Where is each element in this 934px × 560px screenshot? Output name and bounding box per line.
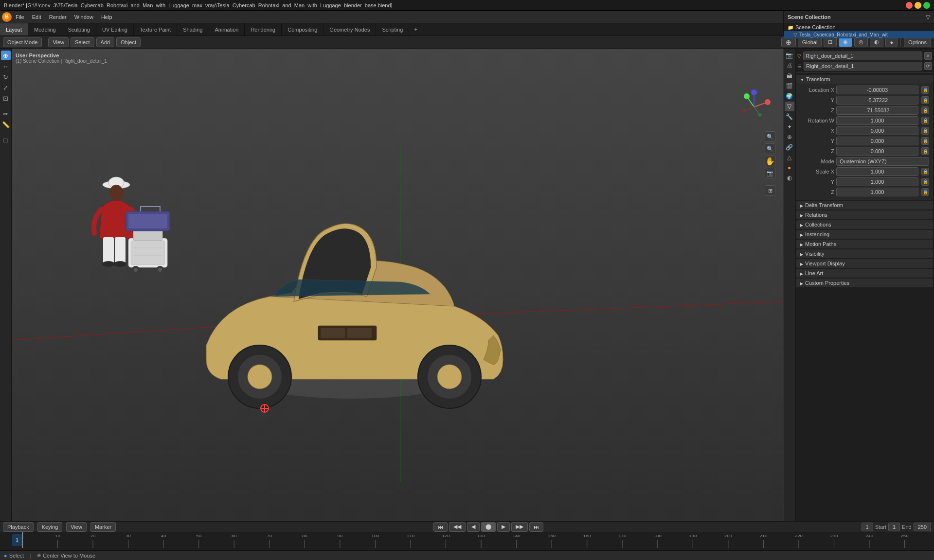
tab-uv-editing[interactable]: UV Editing bbox=[96, 23, 134, 35]
scale-x-field[interactable]: 1.000 bbox=[836, 167, 918, 176]
play-reverse-button[interactable]: ◀◀ bbox=[449, 522, 466, 532]
tab-sculpting[interactable]: Sculpting bbox=[62, 23, 96, 35]
viewport-shading-material[interactable]: ◐ bbox=[870, 37, 883, 47]
tab-shading[interactable]: Shading bbox=[177, 23, 209, 35]
instancing-section[interactable]: Instancing bbox=[796, 230, 933, 239]
minimize-button[interactable] bbox=[915, 2, 921, 9]
menu-file[interactable]: File bbox=[12, 13, 28, 21]
snap-toggle[interactable]: ⊕ bbox=[781, 37, 796, 47]
rotation-w-lock[interactable]: 🔒 bbox=[921, 117, 929, 124]
motion-paths-section[interactable]: Motion Paths bbox=[796, 240, 933, 248]
line-art-section[interactable]: Line Art bbox=[796, 269, 933, 278]
rotation-y-lock[interactable]: 🔒 bbox=[921, 137, 929, 145]
custom-properties-section[interactable]: Custom Properties bbox=[796, 279, 933, 287]
prop-output-icon[interactable]: 🖨 bbox=[785, 61, 794, 70]
location-x-lock[interactable]: 🔒 bbox=[921, 86, 929, 94]
step-back-button[interactable]: ◀ bbox=[467, 522, 480, 532]
tab-modeling[interactable]: Modeling bbox=[28, 23, 62, 35]
transform-section-header[interactable]: Transform bbox=[796, 75, 933, 84]
scale-x-lock[interactable]: 🔒 bbox=[921, 168, 929, 175]
add-menu-button[interactable]: Add bbox=[96, 37, 115, 47]
outliner-scene-collection[interactable]: 📁 Scene Collection bbox=[784, 23, 934, 31]
cursor-tool[interactable]: ⊕ bbox=[1, 51, 11, 60]
rotation-z-lock[interactable]: 🔒 bbox=[921, 147, 929, 155]
pan-button[interactable]: ✋ bbox=[765, 156, 775, 166]
relations-section[interactable]: Relations bbox=[796, 210, 933, 219]
play-forward-button[interactable]: ▶ bbox=[497, 522, 510, 532]
options-button[interactable]: Options bbox=[904, 37, 931, 47]
prop-data-icon[interactable]: △ bbox=[785, 153, 794, 162]
tab-animation[interactable]: Animation bbox=[209, 23, 245, 35]
rotation-z-field[interactable]: 0.000 bbox=[836, 147, 918, 156]
prop-constraints-icon[interactable]: 🔗 bbox=[785, 142, 794, 152]
rotation-w-field[interactable]: 1.000 bbox=[836, 116, 918, 125]
collections-section[interactable]: Collections bbox=[796, 220, 933, 229]
timeline-playback-menu[interactable]: Playback bbox=[3, 522, 34, 532]
scale-z-lock[interactable]: 🔒 bbox=[921, 188, 929, 196]
maximize-button[interactable] bbox=[923, 2, 930, 9]
view-mode-button[interactable]: Object Mode bbox=[3, 37, 42, 47]
render-region-button[interactable]: ⊞ bbox=[765, 185, 775, 196]
timeline-marker-menu[interactable]: Marker bbox=[90, 522, 116, 532]
location-x-field[interactable]: -0.00003 bbox=[836, 86, 918, 94]
location-y-lock[interactable]: 🔒 bbox=[921, 96, 929, 104]
menu-window[interactable]: Window bbox=[71, 13, 97, 21]
object-menu-button[interactable]: Object bbox=[116, 37, 141, 47]
location-z-field[interactable]: -71.55032 bbox=[836, 106, 918, 115]
object-name-clear-button[interactable]: ✕ bbox=[924, 52, 932, 60]
measure-tool[interactable]: 📏 bbox=[1, 120, 11, 129]
location-y-field[interactable]: -5.37222 bbox=[836, 96, 918, 105]
start-frame-field[interactable]: 1 bbox=[888, 523, 900, 531]
tab-compositing[interactable]: Compositing bbox=[282, 23, 323, 35]
scale-y-lock[interactable]: 🔒 bbox=[921, 178, 929, 186]
visibility-section[interactable]: Visibility bbox=[796, 249, 933, 258]
rotate-tool[interactable]: ↻ bbox=[1, 72, 11, 82]
proportional-edit[interactable]: ⊡ bbox=[824, 37, 837, 47]
select-menu-button[interactable]: Select bbox=[71, 37, 94, 47]
rotation-x-lock[interactable]: 🔒 bbox=[921, 127, 929, 135]
delta-transform-section[interactable]: Delta Transform bbox=[796, 201, 933, 210]
global-transform[interactable]: Global bbox=[798, 37, 822, 47]
object-data-name-clear-button[interactable]: ⟳ bbox=[924, 62, 932, 70]
jump-to-start-button[interactable]: ⏮ bbox=[433, 522, 448, 532]
tab-layout[interactable]: Layout bbox=[0, 23, 28, 35]
scale-tool[interactable]: ⤢ bbox=[1, 83, 11, 92]
menu-edit[interactable]: Edit bbox=[28, 13, 45, 21]
end-frame-field[interactable]: 250 bbox=[914, 523, 931, 531]
zoom-out-button[interactable]: 🔍 bbox=[765, 143, 775, 154]
prop-physics-icon[interactable]: ⊕ bbox=[785, 132, 794, 142]
prop-world-icon[interactable]: 🌍 bbox=[785, 91, 794, 101]
jump-to-end-button[interactable]: ⏭ bbox=[529, 522, 543, 532]
viewport-display-section[interactable]: Viewport Display bbox=[796, 259, 933, 268]
viewport-shading-solid[interactable]: ◉ bbox=[839, 37, 852, 47]
camera-view-button[interactable]: 📷 bbox=[765, 168, 775, 178]
step-forward-button[interactable]: ▶▶ bbox=[511, 522, 528, 532]
location-z-lock[interactable]: 🔒 bbox=[921, 106, 929, 114]
move-tool[interactable]: ↔ bbox=[1, 61, 11, 71]
outliner-object-item[interactable]: ▽ Tesla_Cybercab_Robotaxi_and_Man_wit bbox=[784, 31, 934, 38]
timeline-view-menu[interactable]: View bbox=[66, 522, 87, 532]
rotation-y-field[interactable]: 0.000 bbox=[836, 137, 918, 145]
timeline-ruler[interactable]: 1 1 10 20 30 40 50 60 70 bbox=[0, 532, 934, 548]
prop-shading-icon[interactable]: ◐ bbox=[785, 173, 794, 183]
timeline-keying-menu[interactable]: Keying bbox=[37, 522, 63, 532]
prop-object-icon[interactable]: ▽ bbox=[785, 102, 794, 111]
menu-render[interactable]: Render bbox=[45, 13, 71, 21]
filter-icon[interactable]: ▽ bbox=[926, 14, 930, 20]
stop-button[interactable]: ⬤ bbox=[481, 522, 496, 532]
prop-particles-icon[interactable]: ✦ bbox=[785, 122, 794, 132]
object-data-name-field[interactable]: Right_door_detail_1 bbox=[804, 62, 922, 70]
zoom-in-button[interactable]: 🔍 bbox=[765, 131, 775, 142]
add-workspace-button[interactable]: + bbox=[409, 23, 422, 35]
viewport-shading-rendered[interactable]: ● bbox=[885, 37, 898, 47]
viewport-3d[interactable]: User Perspective (1) Scene Collection | … bbox=[12, 49, 783, 521]
viewport-shading-wireframe[interactable]: ◎ bbox=[854, 37, 868, 47]
prop-render-icon[interactable]: 📷 bbox=[785, 51, 794, 60]
transform-tool[interactable]: ⊡ bbox=[1, 93, 11, 103]
view-menu-button[interactable]: View bbox=[48, 37, 69, 47]
prop-view-layer-icon[interactable]: 🏔 bbox=[785, 71, 794, 81]
menu-help[interactable]: Help bbox=[97, 13, 116, 21]
current-frame-field[interactable]: 1 bbox=[862, 523, 873, 531]
tab-scripting[interactable]: Scripting bbox=[376, 23, 409, 35]
prop-modifier-icon[interactable]: 🔧 bbox=[785, 112, 794, 122]
